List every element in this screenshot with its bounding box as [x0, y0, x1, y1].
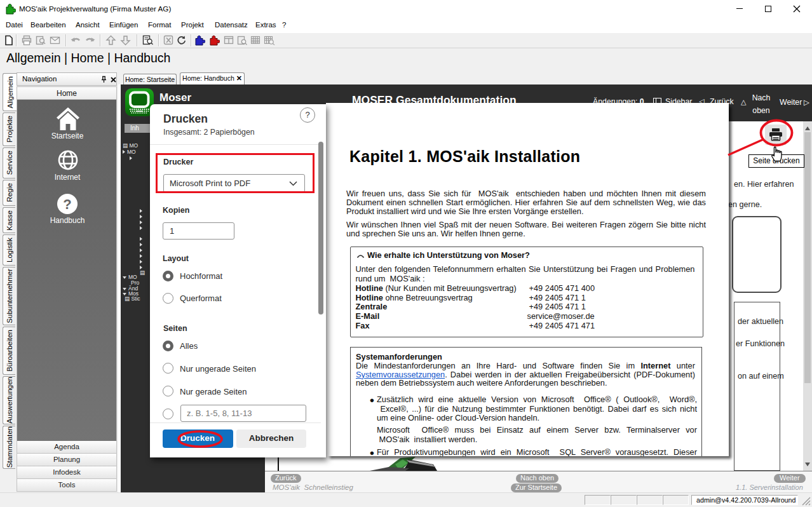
svg-text:?: ? [63, 196, 71, 212]
